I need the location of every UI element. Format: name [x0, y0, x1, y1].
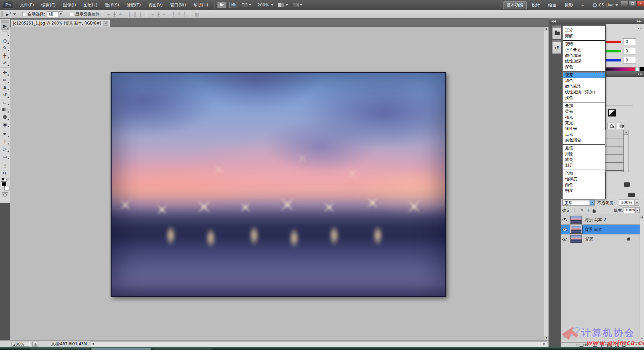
fill-spinner-icon[interactable]: ▸ [635, 207, 640, 213]
menu-window[interactable]: 窗口(W) [166, 0, 190, 10]
lock-position-icon[interactable]: ✛ [587, 208, 590, 213]
clone-stamp-tool[interactable]: ♟ [1, 84, 9, 91]
blend-item-saturation[interactable]: 饱和度 [563, 176, 605, 182]
restore-button[interactable]: ❐ [629, 1, 637, 6]
arrange-documents-caret-icon[interactable] [285, 4, 288, 6]
menu-help[interactable]: 帮助(H) [190, 0, 212, 10]
opacity-field[interactable]: 100% [619, 200, 635, 206]
blue-slider-bar[interactable] [606, 59, 621, 61]
add-mask-button[interactable] [593, 343, 597, 347]
bridge-button[interactable]: Br [217, 2, 226, 8]
document-tab[interactable]: jc1205251_1.jpg @ 200% (背景 副本, RGB/8#) *… [11, 19, 110, 27]
type-tool[interactable]: T [1, 138, 9, 145]
blend-item-color-dodge[interactable]: 颜色减淡 [563, 84, 605, 89]
collapse-to-icons-button[interactable]: ◀◀ [551, 19, 556, 23]
blend-mode-dropdown-arrow-icon[interactable] [590, 200, 594, 205]
pen-tool[interactable]: ✒ [1, 130, 9, 138]
photo-filter-adjustment-icon[interactable] [607, 123, 615, 129]
auto-select-checkbox[interactable] [22, 12, 26, 16]
layer-row-background[interactable]: 背景 [561, 234, 640, 244]
styles-row[interactable] [605, 163, 623, 171]
background-color-swatch[interactable] [4, 186, 9, 190]
scroll-left-icon[interactable]: ◀ [92, 342, 94, 345]
new-adjustment-layer-button[interactable]: ◐ [601, 343, 604, 347]
dodge-tool[interactable]: ◉ [1, 121, 9, 128]
taskbar-item[interactable] [30, 348, 90, 350]
default-and-swap-colors[interactable]: ⇄ [1, 177, 9, 181]
zoom-level-control[interactable]: 200% [257, 3, 269, 7]
view-extras-icon[interactable] [242, 3, 247, 7]
red-value-field[interactable]: 0 [623, 38, 636, 45]
blend-item-normal[interactable]: 正常 [563, 28, 605, 33]
layers-blend-mode-select[interactable]: 正常 [562, 200, 595, 206]
new-group-button[interactable] [607, 344, 612, 347]
move-tool[interactable]: ▶ [1, 22, 9, 30]
blend-item-lighter-color[interactable]: 浅色 [563, 95, 605, 101]
expand-panels-button[interactable]: ▶▶ [637, 19, 641, 23]
tools-grip[interactable] [1, 20, 9, 21]
channel-mixer-adjustment-icon[interactable] [617, 123, 625, 129]
layer-name[interactable]: 背景 副本 2 [585, 217, 606, 223]
layers-header-icon[interactable] [628, 193, 635, 197]
layer-name[interactable]: 背景 [585, 236, 593, 242]
blend-item-vivid-light[interactable]: 亮光 [563, 120, 605, 126]
menu-view[interactable]: 视图(V) [145, 0, 166, 10]
close-button[interactable]: ✕ [637, 1, 644, 6]
fill-field[interactable]: 100% [623, 207, 635, 213]
layer-thumbnail[interactable] [570, 235, 582, 243]
visibility-toggle[interactable] [561, 225, 568, 234]
layer-thumbnail[interactable] [570, 225, 582, 233]
link-layers-button[interactable] [576, 344, 581, 346]
menu-file[interactable]: 文件(F) [16, 0, 38, 10]
menu-layer[interactable]: 图层(L) [80, 0, 101, 10]
eraser-tool[interactable]: ▱ [1, 98, 9, 106]
auto-select-dropdown-arrow-icon[interactable] [58, 12, 63, 17]
blend-item-darken[interactable]: 变暗 [563, 41, 605, 47]
workspace-essentials[interactable]: 基本功能 [503, 1, 527, 9]
layers-scroll-up-icon[interactable]: ▲ [640, 215, 644, 219]
options-grip[interactable] [1, 11, 3, 17]
arrange-documents-icon[interactable] [278, 3, 284, 7]
layer-row-bg-copy-selected[interactable]: 背景 副本 [561, 225, 640, 234]
history-brush-tool[interactable]: ↺ [1, 91, 9, 98]
blend-item-hard-mix[interactable]: 实色混合 [563, 137, 605, 143]
panel-icon-button-history[interactable]: ↺ [552, 42, 561, 54]
red-slider-bar[interactable] [606, 41, 621, 43]
styles-list[interactable] [605, 130, 624, 172]
mini-bridge-button[interactable]: Mb [229, 2, 238, 8]
blend-item-multiply[interactable]: 正片叠底 [563, 47, 605, 53]
blend-item-subtract[interactable]: 减去 [563, 157, 605, 163]
green-slider-bar[interactable] [606, 50, 621, 52]
healing-brush-tool[interactable]: ✚ [1, 69, 9, 76]
blend-item-screen[interactable]: 滤色 [563, 78, 605, 84]
blend-item-divide[interactable]: 划分 [563, 163, 605, 168]
blue-value-field[interactable]: 0 [623, 57, 636, 63]
zoom-level-caret-icon[interactable] [271, 4, 274, 6]
styles-row[interactable] [605, 138, 623, 146]
delete-layer-button[interactable] [622, 343, 626, 347]
blend-item-linear-light[interactable]: 线性光 [563, 126, 605, 132]
styles-row[interactable] [605, 130, 623, 138]
blend-item-pin-light[interactable]: 点光 [563, 132, 605, 137]
zoom-tool[interactable]: ⚲ [1, 170, 9, 177]
crop-tool[interactable]: ╋ [1, 52, 9, 59]
cs-live-button[interactable]: CS Live [599, 3, 614, 7]
screen-mode-icon[interactable] [293, 3, 298, 7]
gradient-tool[interactable] [1, 106, 9, 113]
blend-item-lighten-selected[interactable]: 变亮 [563, 72, 605, 78]
scroll-right-icon[interactable]: ▶ [544, 342, 546, 345]
windows-taskbar[interactable] [0, 347, 644, 350]
hand-tool[interactable]: ☝ [1, 162, 9, 170]
blend-item-soft-light[interactable]: 柔光 [563, 109, 605, 115]
opacity-spinner-icon[interactable]: ▸ [635, 200, 639, 206]
layers-scroll-down-icon[interactable]: ▼ [641, 337, 643, 340]
lock-all-icon[interactable] [593, 209, 596, 214]
vertical-scrollbar[interactable]: ▲ ▼ [544, 27, 549, 340]
blend-item-difference[interactable]: 差值 [563, 145, 605, 151]
styles-row[interactable] [605, 146, 623, 155]
path-selection-tool[interactable]: ▷ [1, 145, 9, 152]
blend-item-darker-color[interactable]: 深色 [563, 64, 605, 70]
blend-item-luminosity[interactable]: 明度 [563, 188, 605, 193]
lock-transparency-icon[interactable] [574, 208, 574, 213]
visibility-toggle[interactable] [561, 234, 568, 244]
